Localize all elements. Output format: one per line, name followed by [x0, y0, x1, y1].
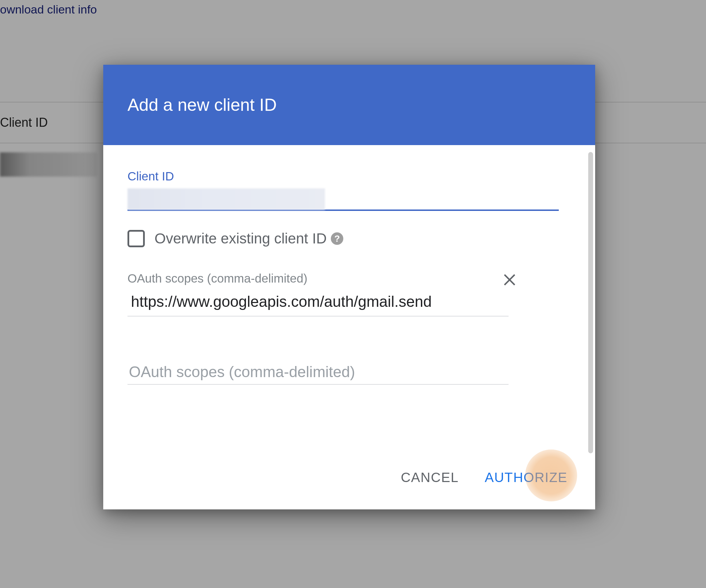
overwrite-checkbox[interactable] — [127, 230, 145, 247]
overwrite-checkbox-row: Overwrite existing client ID ? — [127, 230, 562, 247]
dialog-title: Add a new client ID — [127, 95, 277, 115]
oauth-scopes-input-filled[interactable]: https://www.googleapis.com/auth/gmail.se… — [127, 293, 509, 317]
oauth-scopes-placeholder: OAuth scopes (comma-delimited) — [129, 363, 355, 380]
close-icon[interactable] — [502, 272, 517, 290]
cancel-button[interactable]: CANCEL — [401, 466, 459, 489]
authorize-button[interactable]: AUTHORIZE — [485, 466, 567, 489]
dialog-footer: CANCEL AUTHORIZE — [103, 466, 595, 509]
add-client-id-dialog: Add a new client ID Client ID Overwrite … — [103, 65, 595, 509]
oauth-scopes-section: OAuth scopes (comma-delimited) https://w… — [127, 271, 562, 317]
client-id-input[interactable] — [127, 188, 559, 211]
client-id-label: Client ID — [127, 169, 562, 183]
overwrite-label-text: Overwrite existing client ID — [155, 230, 327, 247]
oauth-scopes-input-empty[interactable]: OAuth scopes (comma-delimited) — [127, 363, 509, 385]
scrollbar[interactable] — [588, 152, 593, 453]
dialog-body: Client ID Overwrite existing client ID ?… — [103, 145, 595, 466]
dialog-header: Add a new client ID — [103, 65, 595, 145]
help-icon[interactable]: ? — [331, 232, 343, 245]
oauth-scopes-header-row: OAuth scopes (comma-delimited) — [127, 271, 548, 293]
overwrite-checkbox-label: Overwrite existing client ID ? — [155, 230, 343, 247]
oauth-scopes-label: OAuth scopes (comma-delimited) — [127, 271, 307, 285]
client-id-value-redacted — [127, 188, 325, 210]
oauth-scopes-value: https://www.googleapis.com/auth/gmail.se… — [131, 293, 432, 310]
